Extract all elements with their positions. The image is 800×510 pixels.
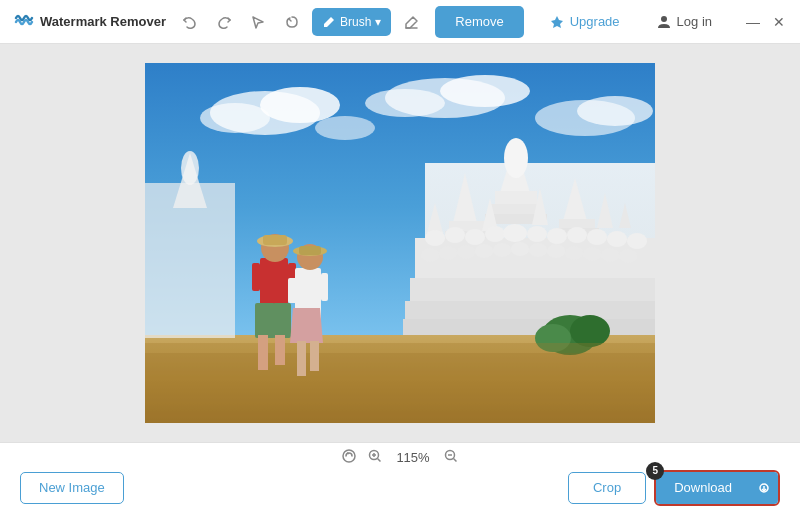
remove-button[interactable]: Remove — [435, 6, 523, 38]
svg-point-40 — [421, 248, 439, 262]
reset-zoom-icon[interactable] — [341, 448, 357, 467]
svg-rect-78 — [321, 273, 328, 301]
svg-rect-64 — [258, 335, 268, 370]
svg-line-89 — [454, 458, 457, 461]
svg-rect-77 — [299, 246, 321, 255]
svg-point-10 — [315, 116, 375, 140]
window-controls: — ✕ — [744, 13, 788, 31]
svg-point-82 — [181, 151, 199, 185]
svg-point-32 — [485, 226, 505, 242]
titlebar: Watermark Remover — [0, 0, 800, 44]
svg-point-49 — [583, 247, 601, 261]
login-label: Log in — [677, 14, 712, 29]
svg-point-42 — [457, 245, 475, 259]
svg-point-0 — [661, 16, 667, 22]
svg-rect-13 — [495, 191, 537, 206]
undo-button[interactable] — [176, 8, 204, 36]
svg-point-51 — [619, 249, 637, 263]
svg-point-35 — [547, 228, 567, 244]
bottom-toolbar: 115% New Image Crop 5 Download — [0, 442, 800, 510]
bottom-actions: New Image Crop 5 Download — [16, 470, 784, 506]
svg-rect-79 — [288, 278, 297, 303]
download-dropdown-button[interactable] — [750, 472, 778, 504]
brush-label: Brush — [340, 15, 371, 29]
download-badge: 5 — [646, 462, 664, 480]
titlebar-left: Watermark Remover — [12, 6, 524, 38]
svg-point-39 — [627, 233, 647, 249]
svg-rect-73 — [297, 341, 306, 376]
svg-line-85 — [378, 458, 381, 461]
svg-point-36 — [567, 227, 587, 243]
app-logo: Watermark Remover — [12, 8, 166, 35]
zoom-controls: 115% — [341, 448, 459, 467]
svg-point-34 — [527, 226, 547, 242]
redo-button[interactable] — [210, 8, 238, 36]
svg-point-46 — [529, 243, 547, 257]
svg-point-33 — [503, 224, 527, 242]
svg-point-43 — [475, 244, 493, 258]
svg-rect-63 — [273, 303, 291, 338]
svg-point-83 — [343, 450, 355, 462]
crop-button[interactable]: Crop — [568, 472, 646, 504]
svg-point-16 — [504, 138, 528, 178]
download-button[interactable]: Download — [656, 472, 750, 504]
close-button[interactable]: ✕ — [770, 13, 788, 31]
svg-rect-52 — [410, 278, 655, 303]
svg-rect-53 — [405, 301, 655, 321]
svg-rect-70 — [252, 263, 260, 291]
brush-tool-button[interactable]: Brush ▾ — [312, 8, 391, 36]
svg-rect-65 — [275, 335, 285, 365]
svg-point-38 — [607, 231, 627, 247]
svg-point-45 — [511, 242, 529, 256]
lasso-tool-button[interactable] — [278, 8, 306, 36]
zoom-in-icon[interactable] — [367, 448, 383, 467]
app-logo-icon — [12, 8, 34, 35]
upgrade-button[interactable]: Upgrade — [537, 9, 632, 35]
svg-point-37 — [587, 229, 607, 245]
svg-point-47 — [547, 244, 565, 258]
right-actions: Crop 5 Download — [568, 470, 780, 506]
login-button[interactable]: Log in — [644, 9, 724, 35]
upgrade-label: Upgrade — [570, 14, 620, 29]
svg-rect-62 — [255, 303, 275, 338]
svg-point-44 — [493, 243, 511, 257]
selection-tool-button[interactable] — [244, 8, 272, 36]
titlebar-right: Upgrade Log in — ✕ — [537, 9, 788, 35]
svg-point-48 — [565, 246, 583, 260]
download-wrapper: Download — [654, 470, 780, 506]
download-section: 5 Download — [654, 470, 780, 506]
svg-rect-68 — [263, 235, 287, 245]
svg-point-6 — [440, 75, 530, 107]
svg-marker-72 — [290, 308, 323, 343]
svg-point-3 — [260, 87, 340, 123]
svg-point-50 — [601, 248, 619, 262]
photo-display — [145, 63, 655, 423]
svg-point-29 — [425, 230, 445, 246]
zoom-level-text: 115% — [393, 450, 433, 465]
brush-dropdown-icon: ▾ — [375, 15, 381, 29]
zoom-out-icon[interactable] — [443, 448, 459, 467]
svg-point-41 — [439, 246, 457, 260]
svg-point-7 — [365, 89, 445, 117]
app-title: Watermark Remover — [40, 14, 166, 29]
svg-point-9 — [577, 96, 653, 126]
main-canvas-area — [0, 44, 800, 442]
svg-point-4 — [200, 103, 270, 133]
svg-rect-60 — [145, 353, 655, 423]
titlebar-tools: Brush ▾ — [176, 8, 425, 36]
svg-rect-74 — [310, 341, 319, 371]
svg-point-31 — [465, 229, 485, 245]
svg-point-57 — [570, 315, 610, 347]
svg-point-30 — [445, 227, 465, 243]
image-canvas[interactable] — [145, 63, 655, 423]
svg-rect-54 — [403, 319, 655, 337]
minimize-button[interactable]: — — [744, 13, 762, 31]
eraser-tool-button[interactable] — [397, 8, 425, 36]
new-image-button[interactable]: New Image — [20, 472, 124, 504]
